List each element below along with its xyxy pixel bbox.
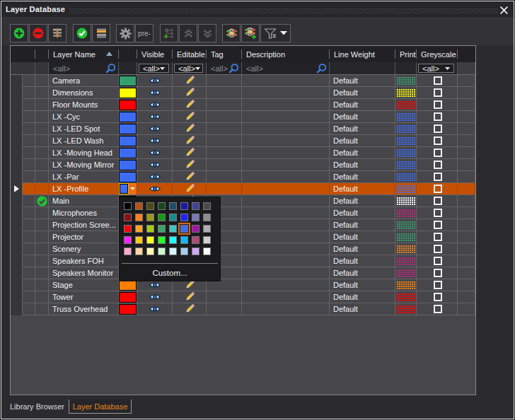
palette-swatch[interactable]: [203, 202, 211, 210]
line-weight-cell[interactable]: Default: [330, 147, 395, 159]
visible-cell[interactable]: [137, 87, 173, 99]
palette-swatch[interactable]: [180, 247, 188, 255]
color-swatch[interactable]: [119, 100, 137, 110]
color-swatch[interactable]: [119, 160, 137, 170]
print-cell[interactable]: [395, 207, 417, 219]
color-swatch[interactable]: [119, 136, 137, 146]
description-cell[interactable]: [242, 147, 330, 159]
table-row[interactable]: Floor MountsDefault: [11, 99, 475, 111]
line-weight-cell[interactable]: Default: [330, 183, 395, 195]
editable-cell[interactable]: [173, 111, 207, 123]
description-cell[interactable]: [242, 99, 330, 111]
line-weight-cell[interactable]: Default: [330, 111, 395, 123]
greyscale-cell[interactable]: [417, 243, 458, 255]
description-cell[interactable]: [242, 75, 330, 87]
greyscale-cell[interactable]: [417, 147, 458, 159]
layer-name-cell[interactable]: Tower: [49, 291, 119, 303]
visible-cell[interactable]: [137, 171, 173, 183]
color-dropdown-button[interactable]: [129, 183, 137, 194]
layer-color-cell[interactable]: [119, 291, 137, 303]
print-cell[interactable]: [395, 195, 417, 207]
layer-name-cell[interactable]: Camera: [49, 75, 119, 87]
magnifier-icon[interactable]: [228, 63, 239, 74]
greyscale-cell[interactable]: [417, 99, 458, 111]
palette-swatch[interactable]: [203, 247, 211, 255]
palette-swatch[interactable]: [158, 225, 166, 233]
greyscale-checkbox[interactable]: [434, 269, 442, 277]
palette-swatch[interactable]: [169, 236, 177, 244]
line-weight-cell[interactable]: Default: [330, 267, 395, 279]
column-header-print[interactable]: Print: [395, 46, 417, 62]
visible-cell[interactable]: [137, 147, 173, 159]
tag-cell[interactable]: [207, 75, 242, 87]
move-down-button[interactable]: [198, 24, 216, 42]
table-row[interactable]: LX -LED SpotDefault: [11, 123, 475, 135]
print-cell[interactable]: [395, 303, 417, 315]
greyscale-filter-dropdown[interactable]: <all>: [418, 64, 454, 73]
tag-cell[interactable]: [207, 147, 242, 159]
table-row[interactable]: LX -Moving HeadDefault: [11, 147, 475, 159]
visible-cell[interactable]: [137, 99, 173, 111]
palette-swatch[interactable]: [146, 236, 154, 244]
eye-icon[interactable]: [149, 185, 161, 192]
table-row[interactable]: StageDefault: [11, 279, 475, 291]
layer-color-cell[interactable]: [119, 183, 137, 195]
palette-swatch[interactable]: [192, 202, 199, 210]
palette-swatch[interactable]: [124, 214, 132, 221]
tag-cell[interactable]: [207, 135, 242, 147]
layer-name-cell[interactable]: Speakers FOH: [49, 255, 119, 267]
print-cell[interactable]: [395, 123, 417, 135]
magnifier-icon[interactable]: [105, 63, 116, 74]
table-row[interactable]: LX -LED WashDefault: [11, 135, 475, 147]
greyscale-checkbox[interactable]: [434, 233, 442, 241]
description-cell[interactable]: [242, 255, 330, 267]
tag-cell[interactable]: [207, 171, 242, 183]
print-cell[interactable]: [395, 267, 417, 279]
eye-icon[interactable]: [149, 101, 161, 108]
palette-swatch[interactable]: [158, 202, 166, 210]
drag-handle-dots[interactable]: [69, 6, 498, 14]
layer-name-cell[interactable]: Scenery: [49, 243, 119, 255]
eye-icon[interactable]: [149, 113, 161, 120]
palette-swatch[interactable]: [158, 247, 166, 255]
line-weight-cell[interactable]: Default: [330, 135, 395, 147]
greyscale-checkbox[interactable]: [434, 148, 442, 157]
editable-cell[interactable]: [173, 99, 207, 111]
prefix-button[interactable]: pre-: [135, 24, 154, 42]
layer-color-cell[interactable]: [119, 75, 137, 87]
description-cell[interactable]: [242, 111, 330, 123]
column-header-desc[interactable]: Description: [242, 46, 330, 62]
layer-name-cell[interactable]: LX -Par: [49, 171, 119, 183]
greyscale-checkbox[interactable]: [434, 281, 442, 289]
greyscale-cell[interactable]: [417, 255, 458, 267]
line-weight-cell[interactable]: Default: [330, 279, 395, 291]
line-weight-cell[interactable]: Default: [330, 195, 395, 207]
editable-cell[interactable]: [173, 291, 207, 303]
layer-name-cell[interactable]: Dimensions: [49, 87, 119, 99]
tab-library-browser[interactable]: Library Browser: [7, 399, 67, 414]
editable-cell[interactable]: [173, 123, 207, 135]
layer-name-cell[interactable]: Truss Overhead: [49, 303, 119, 315]
custom-color-button[interactable]: Custom...: [120, 266, 220, 281]
eye-icon[interactable]: [149, 161, 161, 168]
layer-name-cell[interactable]: Projector: [49, 231, 119, 243]
palette-swatch[interactable]: [158, 236, 166, 244]
sort-up-icon[interactable]: [106, 52, 112, 56]
palette-swatch[interactable]: [169, 247, 177, 255]
tag-cell[interactable]: [207, 291, 242, 303]
greyscale-cell[interactable]: [417, 279, 458, 291]
print-cell[interactable]: [395, 147, 417, 159]
palette-swatch[interactable]: [135, 236, 143, 244]
table-row[interactable]: SceneryDefault: [11, 243, 475, 255]
line-weight-cell[interactable]: Default: [330, 219, 395, 231]
palette-swatch[interactable]: [192, 236, 199, 244]
tab-layer-database[interactable]: Layer Database: [69, 399, 132, 414]
eye-icon[interactable]: [149, 125, 161, 132]
column-header-vis[interactable]: Visible: [137, 46, 173, 62]
palette-swatch[interactable]: [169, 214, 177, 221]
palette-swatch[interactable]: [146, 247, 154, 255]
description-cell[interactable]: [242, 291, 330, 303]
layer-name-filter[interactable]: <all>: [49, 62, 119, 74]
eye-icon[interactable]: [149, 137, 161, 144]
visible-cell[interactable]: [137, 135, 173, 147]
